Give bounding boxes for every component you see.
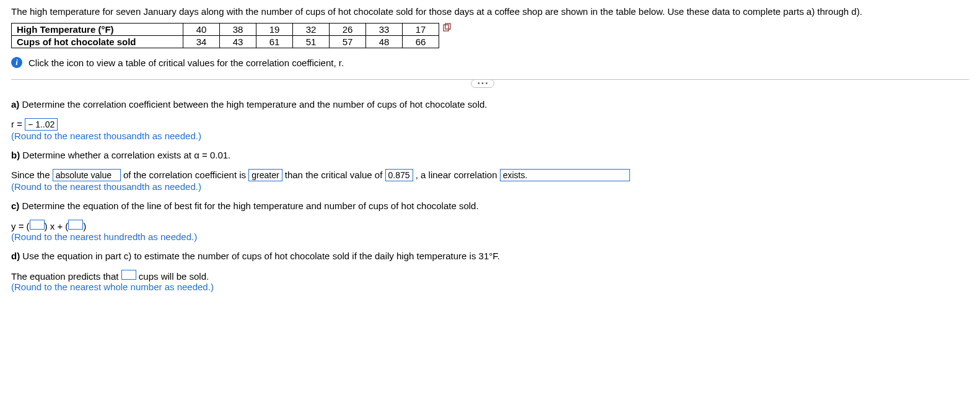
part-c-round-note: (Round to the nearest hundredth as neede… xyxy=(11,231,969,242)
row1-label: High Temperature (°F) xyxy=(12,24,183,36)
expand-pill-icon[interactable]: • • • xyxy=(471,79,494,88)
svg-rect-1 xyxy=(445,24,450,29)
part-a-prompt: Determine the correlation coefficient be… xyxy=(19,99,487,110)
part-d-round-note: (Round to the nearest whole number as ne… xyxy=(11,282,969,292)
row2-cell: 34 xyxy=(183,36,220,48)
b-text3: than the critical value of xyxy=(285,170,385,180)
part-c-label: c) xyxy=(11,200,19,211)
row2-cell: 51 xyxy=(293,36,330,48)
svg-rect-0 xyxy=(444,25,448,31)
c-slope-input[interactable] xyxy=(30,220,45,230)
part-c-prompt: Determine the equation of the line of be… xyxy=(19,200,478,211)
row1-cell: 33 xyxy=(366,24,403,36)
part-b-label: b) xyxy=(11,150,20,160)
section-divider: • • • xyxy=(11,79,969,88)
row2-cell: 57 xyxy=(330,36,366,48)
row1-cell: 40 xyxy=(183,24,220,36)
data-table: High Temperature (°F) 40 38 19 32 26 33 … xyxy=(11,23,439,48)
row2-label: Cups of hot chocolate sold xyxy=(12,36,183,48)
problem-intro: The high temperature for seven January d… xyxy=(11,6,969,17)
b-text1: Since the xyxy=(11,170,53,180)
table-row: High Temperature (°F) 40 38 19 32 26 33 … xyxy=(12,24,439,36)
row2-cell: 48 xyxy=(366,36,403,48)
part-a-round-note: (Round to the nearest thousandth as need… xyxy=(11,131,969,141)
d-cups-input[interactable] xyxy=(121,270,136,280)
row2-cell: 61 xyxy=(256,36,293,48)
row1-cell: 26 xyxy=(330,24,366,36)
b-select-greater[interactable]: greater xyxy=(248,169,282,181)
row2-cell: 66 xyxy=(403,36,439,48)
part-b-round-note: (Round to the nearest thousandth as need… xyxy=(11,181,969,192)
b-select-exists[interactable]: exists. xyxy=(500,169,630,181)
copy-icon[interactable] xyxy=(443,23,452,33)
row1-cell: 19 xyxy=(256,24,293,36)
c-eq-suffix: ) xyxy=(83,221,86,231)
row1-cell: 32 xyxy=(293,24,330,36)
part-b-prompt: Determine whether a correlation exists a… xyxy=(20,150,230,160)
c-eq-mid: ) x + ( xyxy=(45,221,69,231)
part-d-prompt: Use the equation in part c) to estimate … xyxy=(20,251,500,261)
r-input[interactable]: − 1..02 xyxy=(25,118,58,131)
c-eq-prefix: y = ( xyxy=(11,221,30,231)
info-text[interactable]: Click the icon to view a table of critic… xyxy=(28,58,344,68)
row2-cell: 43 xyxy=(220,36,256,48)
b-text4: , a linear correlation xyxy=(416,170,500,180)
b-text2: of the correlation coefficient is xyxy=(123,170,248,180)
c-intercept-input[interactable] xyxy=(68,220,83,230)
row1-cell: 38 xyxy=(220,24,256,36)
info-icon[interactable]: i xyxy=(11,57,22,68)
table-row: Cups of hot chocolate sold 34 43 61 51 5… xyxy=(12,36,439,48)
row1-cell: 17 xyxy=(403,24,439,36)
d-text1: The equation predicts that xyxy=(11,271,121,282)
part-a-label: a) xyxy=(11,99,19,110)
part-d-label: d) xyxy=(11,251,20,261)
b-critical-input[interactable]: 0.875 xyxy=(385,169,413,181)
r-prefix: r = xyxy=(11,119,25,129)
d-text2: cups will be sold. xyxy=(136,271,209,282)
b-select-absolute[interactable]: absolute value xyxy=(53,169,121,181)
